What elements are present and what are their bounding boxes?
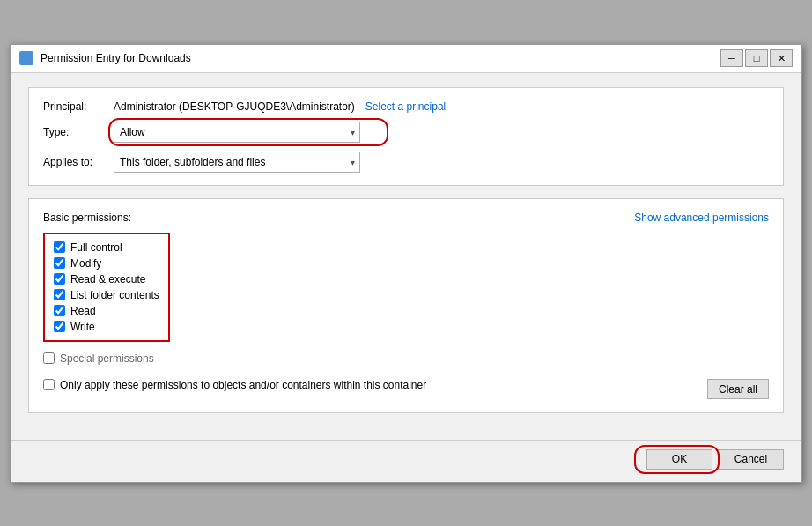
special-permissions-checkbox[interactable]	[43, 352, 55, 364]
select-principal-link[interactable]: Select a principal	[365, 100, 446, 113]
write-checkbox[interactable]	[54, 321, 65, 332]
special-permissions-label[interactable]: Special permissions	[60, 352, 154, 365]
ok-button-wrapper: OK	[641, 449, 712, 470]
basic-permissions-label: Basic permissions:	[43, 211, 131, 224]
modify-label[interactable]: Modify	[70, 257, 101, 270]
checkbox-read: Read	[54, 305, 159, 317]
window-title: Permission Entry for Downloads	[41, 52, 720, 64]
only-apply-label[interactable]: Only apply these permissions to objects …	[60, 379, 426, 391]
checkbox-modify: Modify	[54, 257, 159, 270]
read-label[interactable]: Read	[70, 305, 96, 317]
minimize-button[interactable]: ─	[720, 49, 743, 67]
modify-checkbox[interactable]	[54, 257, 65, 269]
maximize-button[interactable]: □	[745, 49, 768, 67]
type-row: Type: Allow Deny ▾	[43, 122, 769, 143]
type-select[interactable]: Allow Deny	[114, 122, 360, 143]
list-folder-checkbox[interactable]	[54, 289, 65, 300]
footer-buttons: OK Cancel	[11, 440, 801, 482]
read-checkbox[interactable]	[54, 305, 65, 316]
window-icon	[19, 51, 33, 65]
checkbox-read-execute: Read & execute	[54, 273, 159, 285]
applies-to-select[interactable]: This folder, subfolders and files This f…	[114, 152, 360, 173]
type-label: Type:	[43, 126, 114, 138]
applies-to-label: Applies to:	[43, 156, 114, 168]
cancel-button[interactable]: Cancel	[718, 449, 784, 470]
permissions-section: Basic permissions: Show advanced permiss…	[28, 198, 784, 413]
checkbox-write: Write	[54, 321, 159, 333]
permission-entry-window: Permission Entry for Downloads ─ □ ✕ Pri…	[10, 44, 802, 483]
clear-all-button[interactable]: Clear all	[707, 379, 769, 399]
permissions-bottom-row: Only apply these permissions to objects …	[43, 379, 769, 400]
dialog-content: Principal: Administrator (DESKTOP-GJUQDE…	[11, 73, 801, 440]
only-apply-row: Only apply these permissions to objects …	[43, 379, 426, 391]
special-permissions-row: Special permissions	[43, 352, 769, 365]
principal-value: Administrator (DESKTOP-GJUQDE3\Administr…	[114, 100, 355, 113]
read-execute-label[interactable]: Read & execute	[70, 273, 145, 285]
ok-button[interactable]: OK	[646, 449, 712, 470]
top-section: Principal: Administrator (DESKTOP-GJUQDE…	[28, 87, 784, 186]
permissions-header: Basic permissions: Show advanced permiss…	[43, 211, 769, 224]
principal-label: Principal:	[43, 100, 114, 113]
applies-to-dropdown-wrapper: This folder, subfolders and files This f…	[114, 152, 360, 173]
show-advanced-link[interactable]: Show advanced permissions	[634, 211, 769, 224]
close-button[interactable]: ✕	[770, 49, 793, 67]
title-bar: Permission Entry for Downloads ─ □ ✕	[11, 45, 801, 73]
type-dropdown-wrapper: Allow Deny ▾	[114, 122, 360, 143]
read-execute-checkbox[interactable]	[54, 273, 65, 285]
write-label[interactable]: Write	[70, 321, 95, 333]
title-bar-buttons: ─ □ ✕	[720, 49, 793, 67]
checkbox-full-control: Full control	[54, 241, 159, 254]
basic-permissions-checkboxes: Full control Modify Read & execute List …	[43, 233, 170, 342]
full-control-label[interactable]: Full control	[70, 241, 122, 254]
only-apply-checkbox[interactable]	[43, 379, 55, 390]
full-control-checkbox[interactable]	[54, 241, 65, 253]
checkbox-list-folder: List folder contents	[54, 289, 159, 301]
principal-row: Principal: Administrator (DESKTOP-GJUQDE…	[43, 100, 769, 113]
list-folder-label[interactable]: List folder contents	[70, 289, 159, 301]
applies-to-row: Applies to: This folder, subfolders and …	[43, 152, 769, 173]
